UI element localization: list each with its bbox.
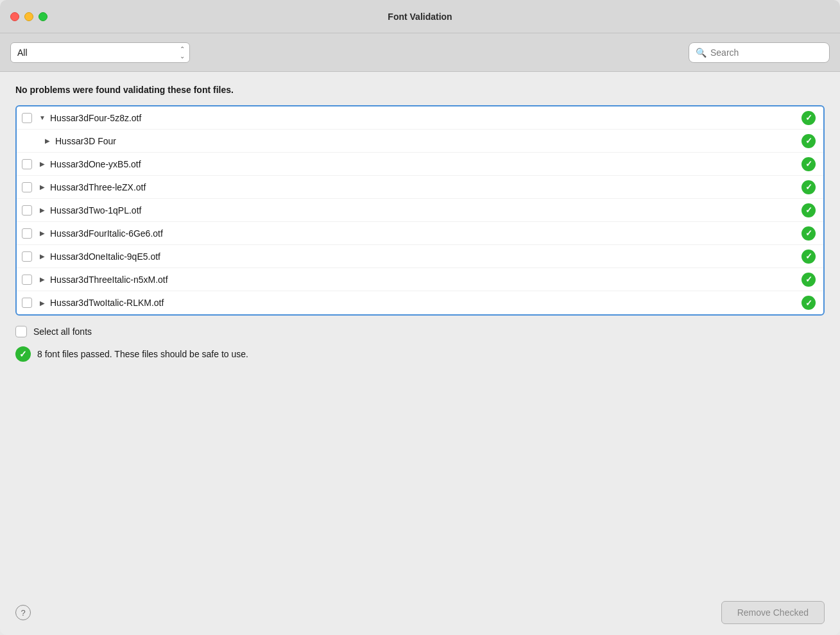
font-name-6: Hussar3dFourItalic-6Ge6.otf bbox=[50, 228, 801, 239]
titlebar: Font Validation bbox=[0, 0, 840, 33]
window-title: Font Validation bbox=[388, 12, 452, 22]
toolbar: All Errors Warnings Passed ⌃⌄ 🔍 bbox=[0, 33, 840, 72]
font-row-5: ▶ Hussar3dTwo-1qPL.otf ✓ bbox=[17, 199, 823, 222]
font-name-child: Hussar3D Four bbox=[55, 136, 801, 146]
font-name-4: Hussar3dThree-leZX.otf bbox=[50, 182, 801, 192]
content: No problems were found validating these … bbox=[0, 72, 840, 590]
font-name-1: Hussar3dFour-5z8z.otf bbox=[50, 113, 801, 123]
font-row-7: ▶ Hussar3dOneItalic-9qE5.otf ✓ bbox=[17, 245, 823, 268]
font-row-9: ▶ Hussar3dTwoItalic-RLKM.otf ✓ bbox=[17, 291, 823, 314]
status-pass-icon-6: ✓ bbox=[801, 226, 816, 241]
maximize-button[interactable] bbox=[39, 12, 47, 21]
expand-arrow-icon-1[interactable]: ▼ bbox=[37, 113, 47, 123]
status-row: ✓ 8 font files passed. These files shoul… bbox=[15, 346, 825, 362]
filter-select-wrapper: All Errors Warnings Passed ⌃⌄ bbox=[10, 42, 190, 63]
font-row: ▼ Hussar3dFour-5z8z.otf ✓ bbox=[17, 106, 823, 130]
font-row-6: ▶ Hussar3dFourItalic-6Ge6.otf ✓ bbox=[17, 222, 823, 245]
font-name-8: Hussar3dThreeItalic-n5xM.otf bbox=[50, 275, 801, 285]
minimize-button[interactable] bbox=[24, 12, 33, 21]
row-checkbox-7[interactable] bbox=[22, 251, 32, 262]
expand-arrow-icon-child[interactable]: ▶ bbox=[42, 136, 53, 146]
bottom-section: Select all fonts ✓ 8 font files passed. … bbox=[15, 326, 825, 362]
font-list-container: ▼ Hussar3dFour-5z8z.otf ✓ ▶ Hussar3D Fou… bbox=[15, 105, 825, 316]
status-pass-icon-1: ✓ bbox=[801, 111, 816, 125]
select-all-row: Select all fonts bbox=[15, 326, 825, 337]
row-checkbox-6[interactable] bbox=[22, 228, 32, 239]
row-checkbox-5[interactable] bbox=[22, 205, 32, 216]
filter-select[interactable]: All Errors Warnings Passed bbox=[10, 42, 190, 63]
status-pass-icon-child: ✓ bbox=[801, 134, 816, 148]
remove-checked-button[interactable]: Remove Checked bbox=[721, 601, 825, 624]
expand-arrow-icon-5[interactable]: ▶ bbox=[37, 205, 47, 216]
search-input[interactable] bbox=[710, 47, 823, 58]
font-name-7: Hussar3dOneItalic-9qE5.otf bbox=[50, 251, 801, 262]
font-name-5: Hussar3dTwo-1qPL.otf bbox=[50, 205, 801, 216]
row-checkbox-9[interactable] bbox=[22, 298, 32, 308]
summary-status-icon: ✓ bbox=[15, 346, 31, 362]
status-pass-icon-8: ✓ bbox=[801, 273, 816, 287]
expand-arrow-icon-6[interactable]: ▶ bbox=[37, 228, 47, 239]
status-pass-icon-5: ✓ bbox=[801, 203, 816, 217]
row-checkbox-1[interactable] bbox=[22, 113, 32, 123]
select-all-label: Select all fonts bbox=[33, 326, 92, 337]
row-checkbox-4[interactable] bbox=[22, 182, 32, 192]
expand-arrow-icon-8[interactable]: ▶ bbox=[37, 275, 47, 285]
font-row-4: ▶ Hussar3dThree-leZX.otf ✓ bbox=[17, 176, 823, 199]
font-row-8: ▶ Hussar3dThreeItalic-n5xM.otf ✓ bbox=[17, 268, 823, 291]
font-row-3: ▶ Hussar3dOne-yxB5.otf ✓ bbox=[17, 153, 823, 176]
window: Font Validation All Errors Warnings Pass… bbox=[0, 0, 840, 635]
help-button[interactable]: ? bbox=[15, 605, 31, 620]
select-all-checkbox[interactable] bbox=[15, 326, 27, 337]
search-icon: 🔍 bbox=[696, 47, 707, 58]
expand-arrow-icon-9[interactable]: ▶ bbox=[37, 298, 47, 308]
validation-message: No problems were found validating these … bbox=[15, 85, 825, 95]
row-checkbox-8[interactable] bbox=[22, 275, 32, 285]
row-checkbox-3[interactable] bbox=[22, 159, 32, 169]
search-box: 🔍 bbox=[689, 42, 830, 63]
font-name-3: Hussar3dOne-yxB5.otf bbox=[50, 159, 801, 169]
font-row-child: ▶ Hussar3D Four ✓ bbox=[17, 130, 823, 153]
status-pass-icon-7: ✓ bbox=[801, 250, 816, 264]
font-name-9: Hussar3dTwoItalic-RLKM.otf bbox=[50, 298, 801, 308]
bottom-bar: ? Remove Checked bbox=[0, 590, 840, 635]
close-button[interactable] bbox=[10, 12, 19, 21]
expand-arrow-icon-3[interactable]: ▶ bbox=[37, 159, 47, 169]
expand-arrow-icon-7[interactable]: ▶ bbox=[37, 251, 47, 262]
expand-arrow-icon-4[interactable]: ▶ bbox=[37, 182, 47, 192]
status-pass-icon-9: ✓ bbox=[801, 296, 816, 310]
status-summary-text: 8 font files passed. These files should … bbox=[37, 349, 248, 359]
status-pass-icon-3: ✓ bbox=[801, 157, 816, 171]
status-pass-icon-4: ✓ bbox=[801, 180, 816, 194]
traffic-lights bbox=[10, 12, 47, 21]
